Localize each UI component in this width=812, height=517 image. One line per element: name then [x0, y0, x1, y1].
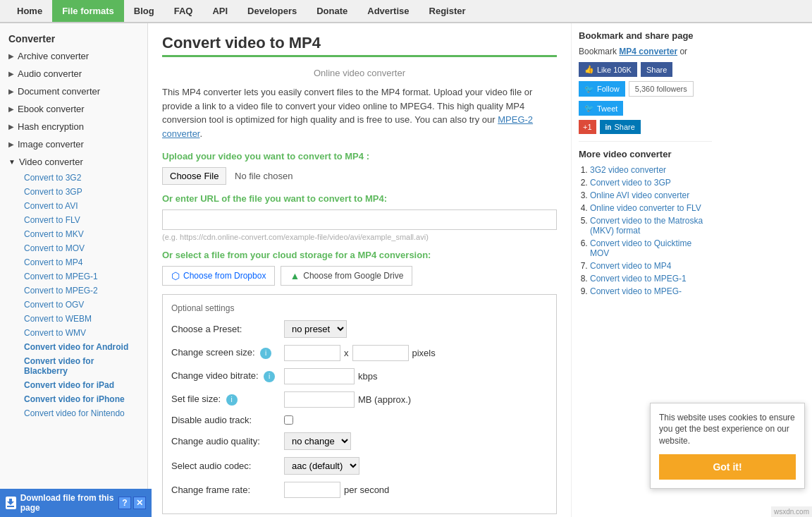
more-list-item: Online video converter to FLV [590, 203, 712, 213]
sidebar-item-video[interactable]: ▼ Video converter [0, 153, 147, 171]
url-input[interactable] [162, 209, 557, 230]
more-link-flv[interactable]: Online video converter to FLV [590, 203, 701, 213]
nav-register[interactable]: Register [419, 0, 476, 22]
dropbox-button[interactable]: ⬡ Choose from Dropbox [162, 266, 275, 286]
facebook-like-button[interactable]: 👍 Like 106K [579, 62, 637, 77]
cookie-accept-button[interactable]: Got it! [659, 454, 796, 480]
url-hint: (e.g. https://cdn.online-convert.com/exa… [162, 233, 557, 241]
sidebar-item-audio[interactable]: ▶ Audio converter [0, 65, 147, 83]
sidebar-sub-avi[interactable]: Convert to AVI [16, 199, 147, 213]
nav-donate[interactable]: Donate [307, 0, 357, 22]
audio-codec-label: Select audio codec: [171, 461, 284, 471]
svg-rect-1 [7, 506, 14, 507]
googleplus-button[interactable]: +1 [579, 120, 596, 134]
settings-title: Optional settings [171, 303, 548, 313]
sidebar-sub-mpeg2[interactable]: Convert to MPEG-2 [16, 284, 147, 298]
sidebar-sub-mpeg1[interactable]: Convert to MPEG-1 [16, 269, 147, 284]
sidebar-sub-ogv[interactable]: Convert to OGV [16, 298, 147, 312]
sidebar-sub-mov[interactable]: Convert to MOV [16, 241, 147, 255]
nav-api[interactable]: API [202, 0, 238, 22]
screen-height-input[interactable] [352, 345, 409, 361]
sidebar-item-image[interactable]: ▶ Image converter [0, 135, 147, 153]
filesize-input[interactable] [284, 391, 355, 408]
social-tweet-row: 🐦 Tweet [579, 101, 712, 116]
more-link-mov[interactable]: Convert video to Quicktime MOV [590, 238, 691, 258]
cookie-popup: This website uses cookies to ensure you … [650, 403, 805, 489]
sidebar-item-hash[interactable]: ▶ Hash encryption [0, 118, 147, 135]
framerate-input[interactable] [284, 482, 340, 498]
sidebar-sub-wmv[interactable]: Convert to WMV [16, 326, 147, 340]
sidebar-sub-3gp[interactable]: Convert to 3GP [16, 185, 147, 199]
sidebar-item-document[interactable]: ▶ Document converter [0, 83, 147, 100]
screen-width-input[interactable] [284, 345, 340, 361]
sidebar-item-archive[interactable]: ▶ Archive converter [0, 47, 147, 65]
disable-audio-checkbox[interactable] [284, 415, 293, 425]
more-link-mpeg2[interactable]: Convert video to MPEG- [590, 286, 682, 296]
preset-select[interactable]: no preset 360p480p720p1080p [284, 320, 347, 338]
more-link-mkv[interactable]: Convert video to the Matroska (MKV) form… [590, 216, 703, 236]
sidebar-sub-android[interactable]: Convert video for Android [16, 340, 147, 354]
choose-file-button[interactable]: Choose File [162, 167, 226, 185]
sidebar-sub-3g2[interactable]: Convert to 3G2 [16, 171, 147, 185]
sidebar-sub-blackberry[interactable]: Convert video for Blackberry [16, 354, 147, 378]
tweet-button[interactable]: 🐦 Tweet [579, 101, 623, 116]
more-converter-list: 3G2 video converter Convert video to 3GP… [579, 165, 712, 296]
sidebar-sub-iphone[interactable]: Convert video for iPhone [16, 392, 147, 406]
left-sidebar: Converter ▶ Archive converter ▶ Audio co… [0, 23, 148, 517]
url-label: Or enter URL of the file you want to con… [162, 193, 557, 204]
arrow-icon: ▶ [8, 105, 14, 113]
more-link-mpeg1[interactable]: Convert video to MPEG-1 [590, 274, 687, 284]
twitter-bird-icon: 🐦 [584, 85, 594, 94]
more-link-mp4[interactable]: Convert video to MP4 [590, 261, 671, 271]
thumbs-up-icon: 👍 [584, 65, 594, 74]
audio-codec-select[interactable]: aac (default)mp3ogg [284, 457, 359, 475]
optional-settings: Optional settings Choose a Preset: no pr… [162, 294, 557, 514]
linkedin-share-button[interactable]: in Share [600, 120, 641, 134]
wsxdn-label: wsxdn.com [771, 506, 812, 517]
gdrive-button[interactable]: ▲ Choose from Google Drive [281, 266, 412, 286]
sidebar-item-ebook[interactable]: ▶ Ebook converter [0, 100, 147, 118]
nav-advertise[interactable]: Advertise [357, 0, 419, 22]
more-link-3g2[interactable]: 3G2 video converter [590, 165, 666, 175]
bottom-bar-question-button[interactable]: ? [118, 497, 131, 509]
bitrate-info-icon[interactable]: i [264, 371, 275, 382]
nav-file-formats[interactable]: File formats [52, 0, 124, 22]
bottom-bar-actions: ? ✕ [118, 497, 146, 509]
bitrate-input[interactable] [284, 368, 355, 384]
title-underline [162, 55, 557, 57]
arrow-icon: ▶ [8, 123, 14, 130]
sidebar-sub-flv[interactable]: Convert to FLV [16, 213, 147, 227]
more-list-item: Convert video to MP4 [590, 261, 712, 271]
sidebar-sub-webm[interactable]: Convert to WEBM [16, 312, 147, 326]
subtitle: Online video converter [162, 68, 557, 78]
dropbox-icon: ⬡ [171, 270, 180, 281]
nav-developers[interactable]: Developers [238, 0, 307, 22]
bottom-bar-label: Download file from this page [20, 493, 114, 513]
facebook-share-button[interactable]: Share [641, 62, 672, 77]
screen-size-inputs: x pixels [284, 345, 436, 361]
twitter-follow-button[interactable]: 🐦 Follow [579, 81, 625, 97]
more-list-item: Convert video to Quicktime MOV [590, 238, 712, 258]
sidebar-sub-mp4[interactable]: Convert to MP4 [16, 255, 147, 269]
social-twitter-row: 🐦 Follow 5,360 followers [579, 81, 712, 97]
audio-quality-select[interactable]: no changelowmediumhigh [284, 432, 351, 450]
bottom-download-bar: Download file from this page ? ✕ [0, 489, 152, 517]
cloud-section: Or select a file from your cloud storage… [162, 250, 557, 286]
filesize-info-icon[interactable]: i [226, 394, 238, 406]
nav-faq[interactable]: FAQ [164, 0, 203, 22]
more-link-3gp[interactable]: Convert video to 3GP [590, 178, 671, 188]
upload-label: Upload your video you want to convert to… [162, 151, 557, 162]
arrow-icon: ▶ [8, 87, 14, 95]
sidebar-sub-mkv[interactable]: Convert to MKV [16, 227, 147, 241]
more-link-avi[interactable]: Online AVI video converter [590, 190, 689, 200]
nav-home[interactable]: Home [7, 0, 52, 22]
mp4-converter-link[interactable]: MP4 converter [619, 47, 677, 56]
arrow-icon: ▶ [8, 70, 14, 78]
screen-size-info-icon[interactable]: i [260, 348, 271, 359]
sidebar-sub-ipad[interactable]: Convert video for iPad [16, 378, 147, 392]
framerate-row: Change frame rate: per second [171, 482, 548, 498]
sidebar-sub-nintendo[interactable]: Convert video for Nintendo [16, 406, 147, 420]
nav-blog[interactable]: Blog [124, 0, 164, 22]
main-content: Convert video to MP4 Online video conver… [148, 23, 571, 517]
bottom-bar-close-button[interactable]: ✕ [133, 497, 146, 509]
